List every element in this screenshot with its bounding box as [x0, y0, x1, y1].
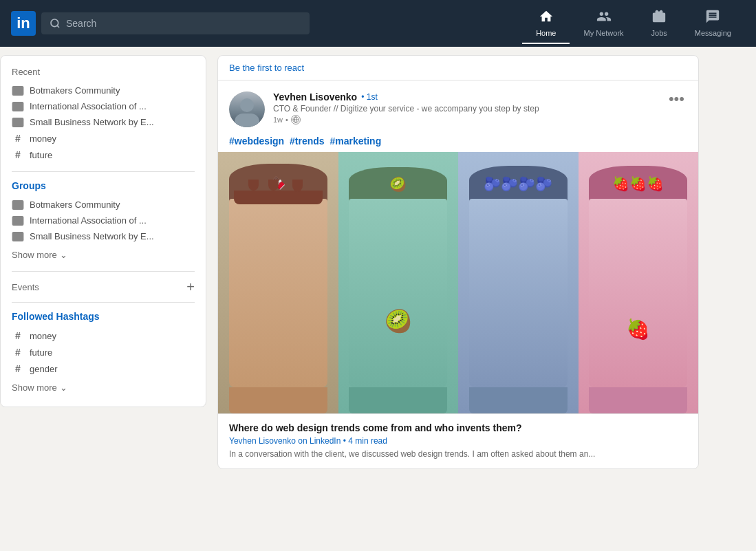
- search-icon: [50, 18, 61, 29]
- nav-home-label: Home: [536, 29, 556, 37]
- post-article-link: Where do web design trends come from and…: [218, 413, 698, 468]
- post-more-button[interactable]: •••: [666, 91, 687, 107]
- sidebar-item-label: gender: [30, 364, 57, 374]
- sidebar-item-botmakers-group[interactable]: Botmakers Community: [12, 197, 195, 213]
- group-icon: [12, 232, 24, 241]
- author-info: Yevhen Lisovenko • 1st CTO & Founder // …: [273, 91, 658, 125]
- article-title[interactable]: Where do web design trends come from and…: [229, 422, 687, 433]
- excerpt-text-start: In a conversation with the client, we di…: [229, 449, 595, 459]
- article-source-name[interactable]: Yevhen Lisovenko on LinkedIn: [229, 436, 341, 446]
- sidebar-item-gender-hashtag[interactable]: # gender: [12, 360, 195, 377]
- chevron-down-icon: ⌄: [60, 250, 67, 260]
- cup-2-body: 🥝: [349, 199, 447, 387]
- cup-3-topping: 🫐🫐🫐🫐: [469, 166, 568, 202]
- events-row: Events +: [12, 280, 195, 294]
- first-react-link[interactable]: first: [257, 63, 272, 73]
- nav-jobs-label: Jobs: [651, 29, 667, 37]
- more-dots-icon: •••: [669, 90, 684, 107]
- jobs-icon: [651, 9, 667, 28]
- groups-section-title: Groups: [12, 180, 195, 191]
- sidebar-item-future-hashtag[interactable]: # future: [12, 344, 195, 360]
- section-divider: [12, 171, 195, 172]
- groups-show-more-button[interactable]: Show more ⌄: [12, 247, 195, 263]
- section-divider-3: [12, 302, 195, 303]
- nav-messaging-label: Messaging: [695, 29, 731, 37]
- sidebar-item-label: Small Business Network by E...: [30, 231, 154, 241]
- first-react-prefix: Be the: [229, 63, 257, 73]
- cup-1-base: [229, 387, 327, 413]
- svg-rect-4: [12, 118, 24, 127]
- sidebar-item-money-hashtag[interactable]: # money: [12, 327, 195, 344]
- cup-4-base: [589, 387, 687, 413]
- avatar-image: [229, 91, 265, 127]
- author-avatar[interactable]: [229, 91, 265, 127]
- cup-1-body: [229, 199, 327, 387]
- add-event-button[interactable]: +: [186, 280, 195, 294]
- hashtag-marketing[interactable]: #marketing: [330, 136, 382, 147]
- sidebar-item-future-recent[interactable]: # future: [12, 147, 195, 163]
- author-title: CTO & Founder // Digitize your service -…: [273, 104, 658, 114]
- main-feed: Be the first to react Yevhen Lisovenko •…: [217, 55, 699, 469]
- sidebar-item-label: future: [30, 347, 52, 358]
- sidebar-item-intl-group[interactable]: International Association of ...: [12, 213, 195, 228]
- nav-home[interactable]: Home: [522, 3, 570, 44]
- cup-3-body: [469, 199, 568, 387]
- post-time: 1w: [273, 116, 283, 124]
- group-icon: [12, 102, 24, 111]
- post-time-row: 1w •: [273, 115, 658, 125]
- page-body: Recent Botmakers Community International…: [0, 0, 756, 469]
- svg-rect-7: [12, 232, 24, 241]
- hashtag-trends[interactable]: #trends: [290, 136, 325, 147]
- hashtag-icon: #: [12, 149, 24, 160]
- group-icon: [12, 86, 24, 96]
- hashtag-webdesign[interactable]: #webdesign: [229, 136, 284, 147]
- article-source: Yevhen Lisovenko on LinkedIn • 4 min rea…: [229, 436, 687, 446]
- left-sidebar: Recent Botmakers Community International…: [0, 55, 206, 469]
- cup-2-topping: 🥝: [349, 167, 447, 202]
- search-bar-container: [41, 12, 310, 34]
- sidebar-item-label: money: [30, 331, 56, 341]
- nav-my-network[interactable]: My Network: [570, 3, 637, 44]
- article-excerpt: In a conversation with the client, we di…: [229, 449, 687, 460]
- nav-jobs[interactable]: Jobs: [638, 3, 681, 44]
- messaging-icon: [705, 9, 720, 28]
- sidebar-item-label: money: [30, 133, 56, 144]
- cup-4: 🍓🍓🍓 🍓: [579, 152, 699, 413]
- sidebar-item-smallbiz-group[interactable]: Small Business Network by E...: [12, 228, 195, 244]
- hashtag-icon: #: [12, 347, 24, 358]
- group-icon: [12, 216, 24, 226]
- svg-rect-2: [12, 86, 24, 96]
- post-header: Yevhen Lisovenko • 1st CTO & Founder // …: [218, 80, 698, 133]
- post-card: Be the first to react Yevhen Lisovenko •…: [217, 55, 699, 469]
- sidebar-item-intl-recent[interactable]: International Association of ...: [12, 98, 195, 114]
- post-hashtags: #webdesign #trends #marketing: [218, 133, 698, 152]
- hashtags-show-more-button[interactable]: Show more ⌄: [12, 380, 195, 396]
- hashtag-icon: #: [12, 330, 24, 341]
- cup-4-body: 🍓: [589, 199, 687, 387]
- hashtag-icon: #: [12, 363, 24, 374]
- cup-1: 🍫: [218, 152, 338, 413]
- nav-my-network-label: My Network: [583, 29, 623, 37]
- search-input[interactable]: [66, 18, 301, 29]
- sidebar-item-label: Small Business Network by E...: [30, 117, 154, 127]
- sidebar-item-botmakers-recent[interactable]: Botmakers Community: [12, 83, 195, 98]
- cup-4-topping: 🍓🍓🍓: [589, 166, 687, 202]
- main-nav: Home My Network Jobs Messaging: [522, 3, 745, 44]
- sidebar-item-money-recent[interactable]: # money: [12, 130, 195, 147]
- sidebar-item-label: International Association of ...: [30, 215, 147, 226]
- my-network-icon: [596, 9, 612, 28]
- section-divider-2: [12, 271, 195, 272]
- author-name[interactable]: Yevhen Lisovenko: [273, 91, 357, 102]
- sidebar-card: Recent Botmakers Community International…: [0, 55, 206, 407]
- connection-badge: • 1st: [361, 92, 378, 102]
- svg-rect-3: [12, 102, 24, 111]
- sidebar-item-smallbiz-recent[interactable]: Small Business Network by E...: [12, 114, 195, 130]
- linkedin-logo[interactable]: in: [11, 11, 36, 36]
- first-react-bar: Be the first to react: [218, 56, 698, 80]
- followed-hashtags-title: Followed Hashtags: [12, 311, 195, 322]
- sidebar-item-label: Botmakers Community: [30, 199, 120, 210]
- group-icon: [12, 118, 24, 127]
- first-react-suffix: to react: [272, 63, 304, 73]
- nav-messaging[interactable]: Messaging: [681, 3, 745, 44]
- chevron-down-icon-2: ⌄: [60, 382, 67, 393]
